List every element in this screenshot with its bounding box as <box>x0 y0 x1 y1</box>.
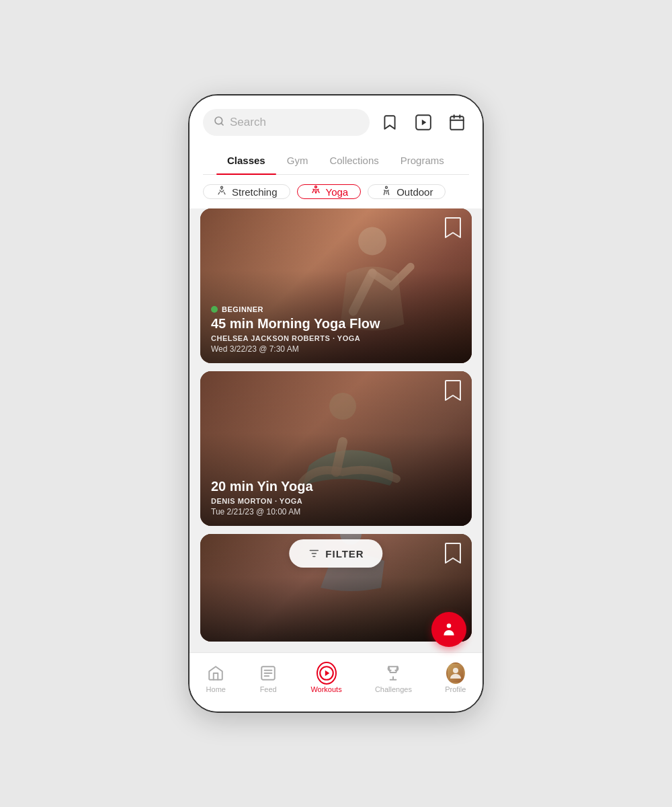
card-2-date: Tue 2/21/23 @ 10:00 AM <box>211 507 461 516</box>
pill-outdoor-label: Outdoor <box>396 186 433 198</box>
nav-home-label: Home <box>206 685 226 693</box>
pill-stretching[interactable]: Stretching <box>203 184 290 199</box>
fab-button[interactable] <box>431 612 466 647</box>
calendar-button[interactable] <box>445 110 469 134</box>
card-1-level: BEGINNER <box>211 305 461 313</box>
nav-feed[interactable]: Feed <box>251 661 286 696</box>
tab-classes[interactable]: Classes <box>216 147 276 174</box>
header: Search <box>190 95 482 175</box>
play-button[interactable] <box>411 110 435 134</box>
svg-marker-24 <box>325 670 329 676</box>
filter-label: FILTER <box>325 548 364 560</box>
home-icon <box>206 664 225 683</box>
card-1-title: 45 min Morning Yoga Flow <box>211 316 461 332</box>
nav-home[interactable]: Home <box>198 661 234 696</box>
category-pills: Stretching Yoga <box>190 175 482 208</box>
nav-challenges[interactable]: Challenges <box>367 661 420 696</box>
phone-content: Search <box>190 95 482 652</box>
header-top: Search <box>203 109 469 136</box>
phone-frame: Search <box>188 94 484 713</box>
bookmark-card-1[interactable] <box>444 217 462 239</box>
pill-yoga[interactable]: Yoga <box>297 184 362 199</box>
nav-tabs: Classes Gym Collections Programs <box>203 147 469 175</box>
nav-challenges-label: Challenges <box>375 685 412 693</box>
level-dot-1 <box>211 306 218 313</box>
tab-collections[interactable]: Collections <box>319 147 389 174</box>
svg-point-18 <box>447 623 452 628</box>
card-2-title: 20 min Yin Yoga <box>211 479 461 494</box>
workout-card-1[interactable]: BEGINNER 45 min Morning Yoga Flow CHELSE… <box>200 208 472 363</box>
card-1-info: BEGINNER 45 min Morning Yoga Flow CHELSE… <box>200 296 472 363</box>
search-bar[interactable]: Search <box>203 109 370 136</box>
tab-gym[interactable]: Gym <box>276 147 319 174</box>
search-icon <box>214 116 224 129</box>
svg-point-11 <box>386 186 388 188</box>
pill-yoga-label: Yoga <box>326 186 349 198</box>
svg-point-10 <box>314 186 317 188</box>
outdoor-icon <box>380 185 392 199</box>
card-2-meta: DENIS MORTON · YOGA <box>211 497 461 505</box>
svg-point-8 <box>221 186 223 188</box>
nav-profile-label: Profile <box>445 685 466 693</box>
card-1-date: Wed 3/22/23 @ 7:30 AM <box>211 344 461 354</box>
challenges-icon <box>384 664 403 683</box>
nav-feed-label: Feed <box>260 685 277 693</box>
bookmark-card-2[interactable] <box>444 379 462 402</box>
nav-workouts[interactable]: Workouts <box>302 661 349 696</box>
pill-outdoor[interactable]: Outdoor <box>368 184 446 199</box>
stretch-icon <box>216 185 228 199</box>
header-icons <box>378 110 469 134</box>
svg-point-25 <box>453 668 458 673</box>
svg-line-1 <box>221 123 223 125</box>
nav-workouts-label: Workouts <box>310 685 341 693</box>
filter-button[interactable]: FILTER <box>289 539 382 568</box>
bookmark-card-3[interactable] <box>444 542 462 565</box>
workouts-icon <box>317 664 336 683</box>
pill-stretching-label: Stretching <box>232 186 278 198</box>
bookmark-button[interactable] <box>378 110 402 134</box>
yoga-icon <box>310 185 322 199</box>
workout-card-3[interactable]: FILTER <box>200 534 472 642</box>
feed-icon <box>259 664 278 683</box>
bottom-nav: Home Feed <box>190 652 482 712</box>
svg-rect-4 <box>450 116 464 130</box>
search-placeholder: Search <box>230 116 266 129</box>
nav-profile[interactable]: Profile <box>437 661 474 696</box>
tab-programs[interactable]: Programs <box>390 147 455 174</box>
profile-avatar <box>446 662 465 684</box>
svg-marker-3 <box>422 120 427 126</box>
profile-icon <box>446 664 465 683</box>
cards-list: BEGINNER 45 min Morning Yoga Flow CHELSE… <box>190 208 482 652</box>
workout-card-2[interactable]: 20 min Yin Yoga DENIS MORTON · YOGA Tue … <box>200 371 472 526</box>
card-2-info: 20 min Yin Yoga DENIS MORTON · YOGA Tue … <box>200 469 472 526</box>
card-1-meta: CHELSEA JACKSON ROBERTS · YOGA <box>211 334 461 342</box>
